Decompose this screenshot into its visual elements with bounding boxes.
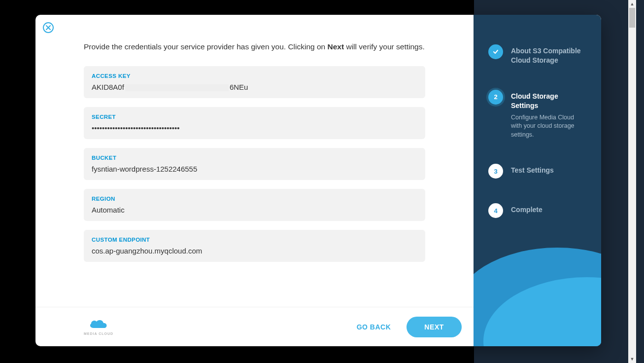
access-key-label: ACCESS KEY [92, 73, 417, 79]
bucket-label: BUCKET [92, 155, 417, 161]
scroll-up-arrow-icon[interactable]: ▲ [628, 0, 636, 8]
endpoint-label: CUSTOM ENDPOINT [92, 237, 417, 243]
step-4-body: Complete [511, 203, 586, 215]
close-icon [42, 22, 54, 34]
cloud-icon [88, 318, 109, 331]
wizard-modal: Provide the credentials your service pro… [35, 15, 601, 346]
instruction-post: will verify your settings. [344, 42, 425, 51]
secret-value: •••••••••••••••••••••••••••••••••• [92, 124, 417, 132]
endpoint-value: cos.ap-guangzhou.myqcloud.com [92, 247, 417, 255]
check-icon [492, 48, 499, 55]
access-key-field[interactable]: ACCESS KEY AKID8A0f6NEu [84, 66, 425, 98]
instruction-bold: Next [328, 42, 344, 51]
secret-label: SECRET [92, 114, 417, 120]
bucket-field[interactable]: BUCKET fysntian-wordpress-1252246555 [84, 148, 425, 180]
wizard-sidebar: About S3 Compatible Cloud Storage 2 Clou… [474, 15, 601, 346]
access-key-prefix: AKID8A0f [92, 83, 124, 91]
region-value: Automatic [92, 206, 417, 214]
step-1-title: About S3 Compatible Cloud Storage [511, 46, 586, 65]
step-2-desc: Configure Media Cloud with your cloud st… [511, 113, 586, 140]
step-4-badge: 4 [488, 203, 503, 218]
scrollbar-thumb[interactable] [629, 8, 635, 28]
step-2[interactable]: 2 Cloud Storage Settings Configure Media… [488, 90, 586, 139]
endpoint-field[interactable]: CUSTOM ENDPOINT cos.ap-guangzhou.myqclou… [84, 230, 425, 262]
instruction-pre: Provide the credentials your service pro… [84, 42, 328, 51]
step-4[interactable]: 4 Complete [488, 203, 586, 218]
step-2-title: Cloud Storage Settings [511, 92, 586, 110]
instruction-text: Provide the credentials your service pro… [84, 42, 425, 51]
secret-field[interactable]: SECRET •••••••••••••••••••••••••••••••••… [84, 107, 425, 139]
app-viewport: Provide the credentials your service pro… [0, 0, 636, 363]
go-back-button[interactable]: GO BACK [357, 323, 391, 331]
step-2-badge: 2 [488, 90, 503, 105]
step-3-badge: 3 [488, 164, 503, 179]
logo-text: MEDIA CLOUD [84, 332, 113, 335]
step-4-title: Complete [511, 205, 586, 215]
browser-scrollbar[interactable]: ▲ ▼ [628, 0, 636, 363]
close-button[interactable] [42, 22, 54, 34]
step-1[interactable]: About S3 Compatible Cloud Storage [488, 44, 586, 65]
step-3-title: Test Settings [511, 166, 586, 175]
region-field[interactable]: REGION Automatic [84, 189, 425, 221]
step-3-body: Test Settings [511, 164, 586, 175]
step-1-body: About S3 Compatible Cloud Storage [511, 44, 586, 65]
media-cloud-logo: MEDIA CLOUD [84, 318, 113, 335]
access-key-redacted [125, 84, 229, 91]
next-button[interactable]: NEXT [407, 317, 462, 337]
step-1-badge [488, 44, 503, 59]
wizard-main-panel: Provide the credentials your service pro… [35, 15, 474, 346]
wizard-footer: MEDIA CLOUD GO BACK NEXT [35, 307, 474, 346]
scroll-down-arrow-icon[interactable]: ▼ [628, 355, 636, 363]
bucket-value: fysntian-wordpress-1252246555 [92, 165, 417, 173]
region-label: REGION [92, 196, 417, 202]
wizard-content: Provide the credentials your service pro… [35, 15, 474, 307]
step-3[interactable]: 3 Test Settings [488, 164, 586, 179]
step-2-body: Cloud Storage Settings Configure Media C… [511, 90, 586, 139]
access-key-value: AKID8A0f6NEu [92, 83, 417, 91]
access-key-suffix: 6NEu [230, 83, 248, 91]
